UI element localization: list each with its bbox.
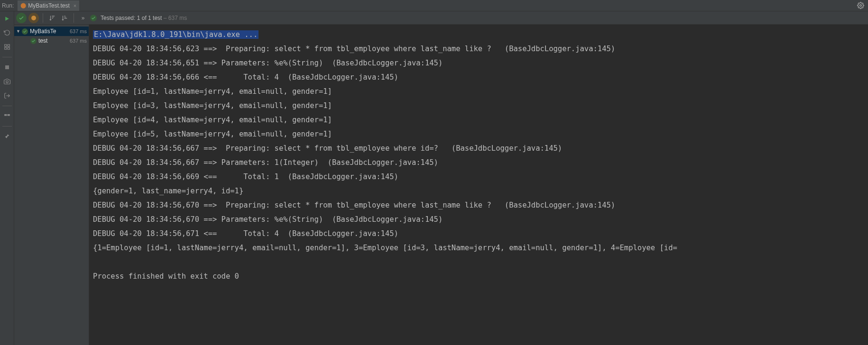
toggle-auto-test-button[interactable] bbox=[3, 43, 11, 51]
console-line: DEBUG 04-20 18:34:56,666 <== Total: 4 (B… bbox=[93, 70, 868, 84]
close-icon[interactable]: × bbox=[74, 3, 76, 9]
test-status-text: Tests passed: 1 of 1 test – 637 ms bbox=[101, 15, 187, 21]
console-line: DEBUG 04-20 18:34:56,669 <== Total: 1 (B… bbox=[93, 170, 868, 184]
test-toolbar: » Tests passed: 1 of 1 test – 637 ms bbox=[14, 11, 868, 25]
console-line: Employee [id=4, lastName=jerry4, email=n… bbox=[93, 113, 868, 127]
tree-child-time: 637 ms bbox=[70, 38, 87, 44]
console-line: Employee [id=1, lastName=jerry4, email=n… bbox=[93, 84, 868, 99]
tree-root[interactable]: ▼ MyBatisTe 637 ms bbox=[14, 27, 89, 36]
console-line: DEBUG 04-20 18:34:56,670 ==> Preparing: … bbox=[93, 198, 868, 212]
left-toolbar bbox=[0, 11, 14, 345]
console-line: E:\Java\jdk1.8.0_191\bin\java.exe ... bbox=[93, 27, 868, 42]
sort-alpha-button[interactable] bbox=[47, 13, 57, 23]
expand-all-button[interactable]: » bbox=[78, 13, 88, 23]
chevron-down-icon[interactable]: ▼ bbox=[16, 29, 21, 34]
show-ignored-toggle[interactable] bbox=[28, 13, 39, 23]
console-line: DEBUG 04-20 18:34:56,670 ==> Parameters:… bbox=[93, 212, 868, 227]
test-pass-icon bbox=[90, 15, 97, 21]
rerun-button[interactable] bbox=[3, 14, 11, 23]
tree-root-time: 637 ms bbox=[70, 28, 87, 34]
show-passed-toggle[interactable] bbox=[16, 13, 27, 23]
stop-button[interactable] bbox=[3, 63, 11, 72]
run-header: Run: ⬤ MyBatisTest.test × bbox=[0, 0, 868, 11]
console-line: DEBUG 04-20 18:34:56,623 ==> Preparing: … bbox=[93, 42, 868, 56]
test-tree[interactable]: ▼ MyBatisTe 637 ms test 637 ms bbox=[14, 25, 89, 345]
tree-root-label: MyBatisTe bbox=[30, 28, 68, 35]
svg-point-0 bbox=[860, 5, 862, 7]
console-output[interactable]: E:\Java\jdk1.8.0_191\bin\java.exe ...DEB… bbox=[89, 25, 868, 345]
svg-point-3 bbox=[6, 81, 8, 83]
separator bbox=[2, 57, 12, 57]
pass-icon bbox=[22, 28, 28, 35]
svg-rect-6 bbox=[7, 114, 9, 116]
svg-marker-1 bbox=[5, 17, 9, 21]
separator bbox=[2, 106, 12, 106]
separator bbox=[74, 13, 74, 23]
run-tab[interactable]: ⬤ MyBatisTest.test × bbox=[18, 0, 79, 11]
console-line: DEBUG 04-20 18:34:56,667 ==> Preparing: … bbox=[93, 141, 868, 155]
run-label: Run: bbox=[2, 2, 14, 9]
tree-child-label: test bbox=[38, 37, 68, 44]
svg-rect-2 bbox=[5, 65, 9, 69]
dump-threads-button[interactable] bbox=[3, 77, 11, 86]
console-line: {gender=1, last_name=jerry4, id=1} bbox=[93, 184, 868, 198]
separator bbox=[43, 13, 43, 23]
pass-icon bbox=[30, 38, 37, 44]
tree-child[interactable]: test 637 ms bbox=[14, 36, 89, 45]
rerun-failed-button[interactable] bbox=[3, 28, 11, 37]
exit-button[interactable] bbox=[3, 91, 11, 100]
layout-button[interactable] bbox=[3, 112, 11, 120]
console-line: {1=Employee [id=1, lastName=jerry4, emai… bbox=[93, 241, 868, 255]
pin-button[interactable] bbox=[3, 132, 11, 141]
console-line: Employee [id=3, lastName=jerry4, email=n… bbox=[93, 99, 868, 113]
tab-title: MyBatisTest.test bbox=[28, 2, 69, 9]
console-line: Process finished with exit code 0 bbox=[93, 269, 868, 283]
run-config-icon: ⬤ bbox=[20, 2, 26, 9]
svg-rect-5 bbox=[4, 114, 7, 116]
console-line: DEBUG 04-20 18:34:56,667 ==> Parameters:… bbox=[93, 155, 868, 170]
console-line: DEBUG 04-20 18:34:56,671 <== Total: 4 (B… bbox=[93, 227, 868, 241]
console-line: Employee [id=5, lastName=jerry4, email=n… bbox=[93, 127, 868, 141]
sort-duration-button[interactable] bbox=[59, 13, 70, 23]
console-line bbox=[93, 255, 868, 269]
gear-icon[interactable] bbox=[857, 2, 864, 9]
separator bbox=[2, 126, 12, 127]
console-line: DEBUG 04-20 18:34:56,651 ==> Parameters:… bbox=[93, 56, 868, 70]
